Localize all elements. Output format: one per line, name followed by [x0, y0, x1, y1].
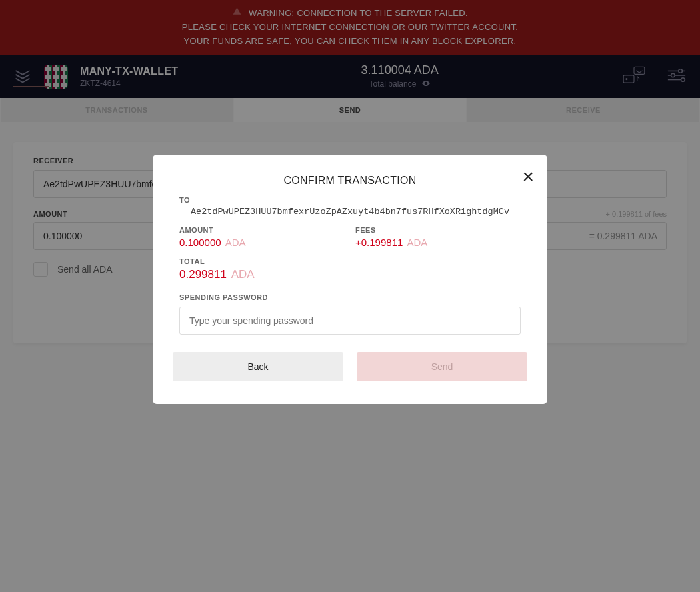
modal-amount-label: AMOUNT [179, 226, 345, 234]
back-button[interactable]: Back [173, 352, 343, 381]
confirm-transaction-modal: CONFIRM TRANSACTION × TO Ae2tdPwUPEZ3HUU… [153, 155, 547, 404]
spending-password-label: SPENDING PASSWORD [179, 293, 521, 301]
to-address: Ae2tdPwUPEZ3HUU7bmfexrUzoZpAZxuyt4b4bn7f… [173, 207, 527, 217]
modal-amount-value: 0.100000 [179, 237, 221, 248]
modal-amount-currency: ADA [225, 237, 246, 248]
modal-fees-label: FEES [355, 226, 521, 234]
send-button[interactable]: Send [357, 352, 527, 381]
modal-total-currency: ADA [231, 268, 255, 281]
modal-overlay[interactable]: CONFIRM TRANSACTION × TO Ae2tdPwUPEZ3HUU… [0, 0, 700, 592]
spending-password-input[interactable] [179, 307, 521, 335]
modal-title: CONFIRM TRANSACTION [173, 175, 527, 187]
modal-fees-value: +0.199811 [355, 237, 403, 248]
close-icon[interactable]: × [522, 167, 534, 187]
modal-fees-currency: ADA [407, 237, 428, 248]
to-label: TO [173, 196, 527, 204]
modal-total-label: TOTAL [179, 257, 521, 265]
modal-total-value: 0.299811 [179, 268, 227, 281]
